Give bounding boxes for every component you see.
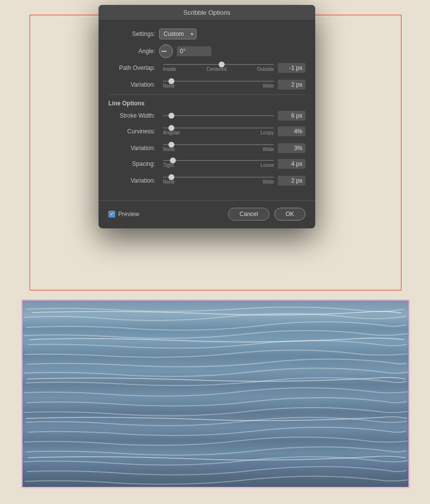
spacing-variation-label: Variation: xyxy=(108,177,155,184)
stroke-width-row: Stroke Width: xyxy=(108,111,305,121)
path-overlap-variation-label-wide: Wide xyxy=(263,83,274,89)
line-options-header: Line Options xyxy=(108,100,305,107)
spacing-slider-container: Tight Loose xyxy=(163,160,274,168)
path-overlap-variation-slider-container: None Wide xyxy=(163,81,274,89)
settings-select-wrapper: Custom Default Snarl Swirl xyxy=(159,29,197,39)
curviness-slider-container: Angular Loopy xyxy=(163,127,274,135)
dialog-titlebar: Scribble Options xyxy=(99,5,315,21)
button-group: Cancel OK xyxy=(228,208,305,220)
cancel-button[interactable]: Cancel xyxy=(228,208,269,220)
path-overlap-labels: Inside Centered Outside xyxy=(163,66,274,72)
stroke-width-thumb[interactable] xyxy=(168,113,174,119)
spacing-variation-track xyxy=(163,177,274,178)
spacing-variation-input[interactable] xyxy=(278,176,305,186)
path-overlap-label-outside: Outside xyxy=(257,66,274,72)
stroke-width-label: Stroke Width: xyxy=(108,112,155,119)
curviness-variation-track xyxy=(163,144,274,145)
stroke-width-input[interactable] xyxy=(278,111,305,121)
curviness-variation-slider-container: None Wide xyxy=(163,144,274,152)
spacing-label: Spacing: xyxy=(108,160,155,167)
preview-label: Preview xyxy=(118,211,139,218)
curviness-variation-labels: None Wide xyxy=(163,147,274,152)
path-overlap-thumb[interactable] xyxy=(219,62,225,67)
spacing-labels: Tight Loose xyxy=(163,162,274,168)
path-overlap-variation-label-none: None xyxy=(163,83,175,89)
path-overlap-label-centered: Centered xyxy=(206,66,227,72)
angle-row: Angle: xyxy=(108,44,305,58)
dialog-content: Settings: Custom Default Snarl Swirl Ang… xyxy=(99,21,315,200)
angle-indicator xyxy=(162,51,166,52)
stroke-width-track xyxy=(163,115,274,116)
dialog-title: Scribble Options xyxy=(183,9,230,16)
angle-dial[interactable] xyxy=(159,44,173,58)
scribble-fill-area xyxy=(22,300,409,487)
path-overlap-variation-input[interactable] xyxy=(278,80,305,90)
spacing-track xyxy=(163,160,274,161)
spacing-row: Spacing: Tight Loose xyxy=(108,159,305,169)
path-overlap-row: Path Overlap: Inside Centered Outside xyxy=(108,63,305,73)
preview-row: Preview xyxy=(108,211,139,218)
curviness-row: Curviness: Angular Loopy xyxy=(108,126,305,136)
angle-input[interactable] xyxy=(177,46,211,56)
curviness-variation-label-wide: Wide xyxy=(263,147,274,152)
divider-1 xyxy=(108,94,305,95)
curviness-input[interactable] xyxy=(278,126,305,136)
angle-label: Angle: xyxy=(108,48,155,55)
dialog-footer: Preview Cancel OK xyxy=(99,200,315,228)
curviness-variation-input[interactable] xyxy=(278,143,305,153)
path-overlap-track xyxy=(163,64,274,65)
path-overlap-slider-container: Inside Centered Outside xyxy=(163,64,274,72)
spacing-variation-slider-container: None Wide xyxy=(163,177,274,185)
path-overlap-variation-row: Variation: None Wide xyxy=(108,80,305,90)
preview-checkbox[interactable] xyxy=(108,211,115,218)
curviness-variation-label: Variation: xyxy=(108,145,155,152)
path-overlap-label-inside: Inside xyxy=(163,66,176,72)
curviness-thumb[interactable] xyxy=(168,125,174,131)
spacing-variation-row: Variation: None Wide xyxy=(108,176,305,186)
spacing-input[interactable] xyxy=(278,159,305,169)
settings-dropdown[interactable]: Custom Default Snarl Swirl xyxy=(159,29,197,39)
curviness-variation-label-none: None xyxy=(163,147,175,152)
path-overlap-input[interactable] xyxy=(278,63,305,73)
path-overlap-label: Path Overlap: xyxy=(108,64,155,71)
settings-row: Settings: Custom Default Snarl Swirl xyxy=(108,29,305,39)
settings-label: Settings: xyxy=(108,31,155,37)
curviness-variation-row: Variation: None Wide xyxy=(108,143,305,153)
path-overlap-variation-track xyxy=(163,81,274,82)
ok-button[interactable]: OK xyxy=(274,208,305,220)
spacing-variation-thumb[interactable] xyxy=(168,174,174,180)
spacing-variation-label-wide: Wide xyxy=(263,179,274,185)
curviness-label-loopy: Loopy xyxy=(261,130,274,135)
scribble-options-dialog: Scribble Options Settings: Custom Defaul… xyxy=(99,5,315,228)
path-overlap-variation-labels: None Wide xyxy=(163,83,274,89)
stroke-width-slider-container xyxy=(163,115,274,116)
path-overlap-variation-label: Variation: xyxy=(108,81,155,88)
spacing-thumb[interactable] xyxy=(170,158,176,163)
path-overlap-variation-thumb[interactable] xyxy=(168,78,174,84)
curviness-label: Curviness: xyxy=(108,128,155,135)
spacing-label-loose: Loose xyxy=(261,162,274,168)
spacing-variation-labels: None Wide xyxy=(163,179,274,185)
spacing-variation-label-none: None xyxy=(163,179,175,185)
curviness-track xyxy=(163,127,274,128)
curviness-variation-thumb[interactable] xyxy=(168,142,174,148)
curviness-labels: Angular Loopy xyxy=(163,130,274,135)
